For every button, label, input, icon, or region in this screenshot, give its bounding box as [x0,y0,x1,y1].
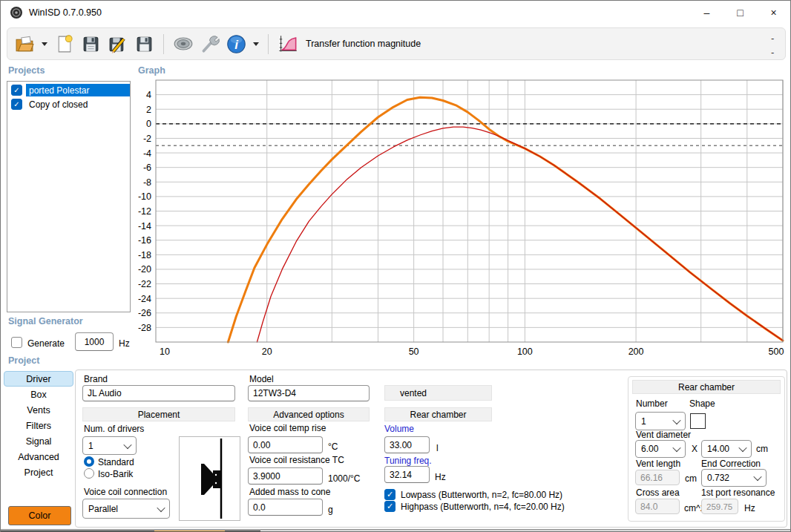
signal-generator-header: Signal Generator [8,316,83,326]
close-button[interactable]: × [757,1,790,24]
tab-vents[interactable]: Vents [4,402,73,418]
projects-header: Projects [8,65,45,76]
vent-diameter-value: 6.00 [641,444,658,454]
toolbar: i Transfer function magnitude [7,27,786,60]
options-button[interactable] [198,33,221,56]
cross-area-value: 84.0 [635,499,680,514]
app-window: WinISD 0.7.0.950 – □ × [0,0,791,532]
speaker-driver-icon [173,33,194,54]
tab-filters[interactable]: Filters [4,418,73,433]
project-checkbox-icon[interactable] [11,85,22,96]
tab-driver[interactable]: Driver [4,371,73,387]
chevron-down-icon [753,473,761,481]
new-project-button[interactable] [53,33,76,56]
save-all-button[interactable] [133,33,156,56]
svg-text:-24: -24 [138,294,151,304]
project-item[interactable]: Copy of closed [7,97,130,111]
added-mass-unit: g [328,505,333,515]
floppy-pencil-icon [108,34,128,54]
num-drivers-label: Num. of drivers [84,424,144,434]
volume-unit: l [436,443,439,453]
svg-text:i: i [234,38,238,52]
placement-header: Placement [82,407,235,421]
vent-diameter-dropdown[interactable]: 6.00 [635,440,686,458]
projects-list[interactable]: ported Polestar Copy of closed [7,81,131,312]
toolbar-dash-top: - [771,33,774,44]
open-folder-icon [15,34,35,54]
end-correction-dropdown[interactable]: 0.732 [701,469,767,487]
tab-project[interactable]: Project [4,464,73,480]
model-label: Model [249,374,274,384]
brand-input[interactable] [82,385,235,401]
vent-number-value: 1 [641,416,646,427]
graph-type-icon[interactable] [276,33,299,56]
svg-text:0: 0 [146,119,151,129]
cross-area-label: Cross area [636,487,680,498]
svg-text:-10: -10 [138,191,151,202]
svg-text:50: 50 [409,347,419,357]
about-dropdown-arrow-icon[interactable] [253,42,259,46]
svg-text:500: 500 [769,347,784,357]
advanced-options-header: Advanced options [248,407,370,421]
added-mass-input[interactable] [248,499,323,516]
highpass-label: Highpass (Butterworth, n=4, fc=20.00 Hz) [401,502,565,512]
tab-signal[interactable]: Signal [4,433,73,449]
toolbar-separator [268,34,269,54]
project-item-label[interactable]: Copy of closed [26,98,130,111]
about-button[interactable]: i [225,33,248,56]
svg-text:-20: -20 [138,264,151,275]
isobarik-radio[interactable] [84,468,94,479]
chevron-down-icon [123,440,131,448]
vent-diameter2-dropdown[interactable]: 14.00 [701,440,752,458]
vent-diameter-unit: cm [756,444,768,454]
svg-text:-4: -4 [143,148,151,159]
floppy-save-all-icon [134,34,154,54]
floppy-disk-icon [81,34,101,54]
color-button[interactable]: Color [8,506,71,525]
resistance-tc-label: Voice coil resistance TC [249,455,344,465]
num-drivers-dropdown[interactable]: 1 [82,436,137,455]
driver-database-button[interactable] [171,33,194,56]
generate-checkbox[interactable] [11,337,22,348]
transfer-function-chart: 420-2-4-6-8-10-12-14-16-18-20-22-24-26-2… [138,74,790,359]
generator-frequency-input[interactable] [75,332,114,351]
graph-type-label[interactable]: Transfer function magnitude [306,39,421,49]
new-document-icon [54,34,74,54]
project-checkbox-icon[interactable] [11,99,22,110]
generator-frequency-unit: Hz [119,338,130,349]
svg-text:-6: -6 [143,162,151,173]
brand-label: Brand [84,374,108,384]
vent-shape-square-icon[interactable] [690,413,706,429]
project-item-label[interactable]: ported Polestar [26,84,130,96]
open-project-button[interactable] [13,33,36,56]
project-item[interactable]: ported Polestar [7,83,130,97]
highpass-checkbox[interactable] [384,501,396,512]
model-input[interactable] [248,385,370,401]
tab-box[interactable]: Box [4,387,73,402]
standard-radio[interactable] [84,456,94,467]
minimize-button[interactable]: – [690,1,723,24]
svg-text:10: 10 [160,347,170,357]
info-icon: i [226,33,247,55]
save-project-button[interactable] [79,33,102,56]
svg-text:-26: -26 [138,308,151,318]
vent-number-dropdown[interactable]: 1 [635,412,686,430]
speaker-on-baffle-icon [180,437,240,520]
generate-label: Generate [27,338,65,349]
tuning-freq-input[interactable] [384,466,430,483]
vent-length-unit: cm [685,473,697,484]
vent-shape-label: Shape [689,398,715,409]
open-dropdown-arrow-icon[interactable] [42,42,47,46]
temp-rise-input[interactable] [248,436,323,453]
resistance-tc-input[interactable] [248,467,323,485]
maximize-button[interactable]: □ [723,1,757,24]
volume-input[interactable] [384,436,430,453]
vc-connection-dropdown[interactable]: Parallel [82,499,170,519]
svg-text:-2: -2 [143,134,151,144]
toolbar-dash-bottom: - [771,47,774,58]
edit-save-button[interactable] [106,33,129,56]
chevron-down-icon [672,444,680,452]
lowpass-checkbox[interactable] [384,489,396,500]
tab-advanced[interactable]: Advanced [4,449,73,464]
chevron-down-icon [738,444,746,452]
